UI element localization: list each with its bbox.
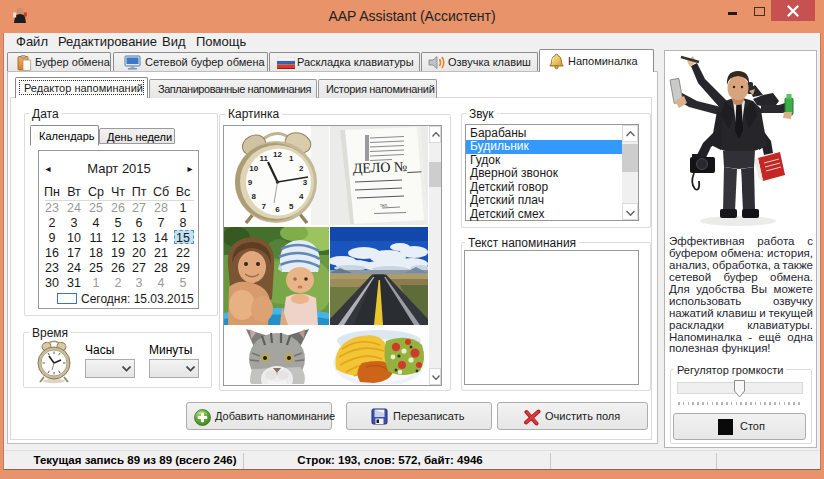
svg-text:9: 9 bbox=[248, 178, 253, 187]
svg-text:5: 5 bbox=[289, 202, 294, 211]
svg-text:тел.: тел. bbox=[380, 203, 388, 208]
svg-text:11: 11 bbox=[259, 154, 268, 163]
svg-text:10: 10 bbox=[249, 164, 258, 173]
svg-text:4: 4 bbox=[299, 192, 304, 201]
svg-text:1: 1 bbox=[289, 154, 294, 163]
svg-text:3: 3 bbox=[303, 178, 308, 187]
svg-text:8: 8 bbox=[251, 192, 256, 201]
svg-text:12: 12 bbox=[273, 150, 282, 159]
svg-text:6: 6 bbox=[275, 205, 280, 214]
svg-text:2: 2 bbox=[299, 164, 304, 173]
svg-text:ДЕЛО №__: ДЕЛО №__ bbox=[353, 159, 423, 176]
svg-text:7: 7 bbox=[262, 202, 267, 211]
